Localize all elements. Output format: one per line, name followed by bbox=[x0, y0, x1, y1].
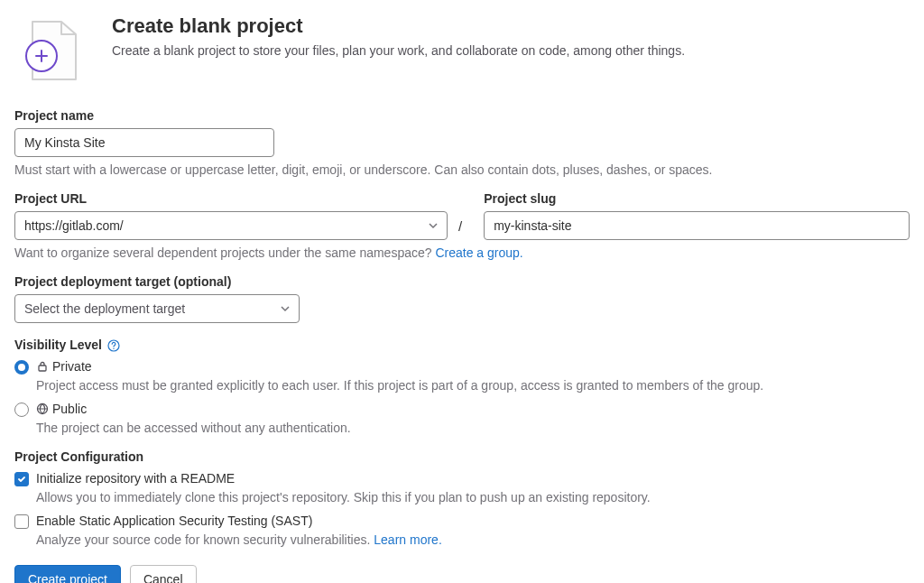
initialize-readme-label[interactable]: Initialize repository with a README bbox=[36, 471, 235, 486]
chevron-down-icon bbox=[429, 218, 438, 233]
help-icon[interactable] bbox=[107, 339, 120, 352]
group-help-text: Want to organize several dependent proje… bbox=[14, 245, 910, 260]
chevron-down-icon bbox=[281, 301, 290, 316]
svg-point-1 bbox=[113, 348, 114, 349]
project-slug-input[interactable] bbox=[484, 211, 910, 240]
enable-sast-checkbox[interactable] bbox=[14, 514, 29, 529]
project-url-value: https://gitlab.com/ bbox=[24, 218, 124, 233]
project-plus-icon bbox=[14, 14, 87, 87]
visibility-public-label[interactable]: Public bbox=[36, 402, 87, 416]
project-url-label: Project URL bbox=[14, 191, 462, 206]
project-slug-label: Project slug bbox=[484, 191, 910, 206]
create-group-link[interactable]: Create a group. bbox=[435, 245, 522, 260]
project-name-label: Project name bbox=[14, 108, 910, 123]
initialize-readme-desc: Allows you to immediately clone this pro… bbox=[36, 490, 910, 504]
sast-learn-more-link[interactable]: Learn more. bbox=[374, 532, 441, 547]
page-subtitle: Create a blank project to store your fil… bbox=[112, 43, 685, 58]
initialize-readme-checkbox[interactable] bbox=[14, 472, 29, 486]
cancel-button[interactable]: Cancel bbox=[130, 565, 197, 583]
enable-sast-desc: Analyze your source code for known secur… bbox=[36, 532, 910, 547]
visibility-public-radio[interactable] bbox=[14, 403, 29, 417]
deployment-target-placeholder: Select the deployment target bbox=[24, 301, 185, 316]
project-configuration-label: Project Configuration bbox=[14, 449, 910, 464]
deployment-target-label: Project deployment target (optional) bbox=[14, 274, 910, 289]
visibility-public-desc: The project can be accessed without any … bbox=[36, 421, 910, 435]
visibility-level-label: Visibility Level bbox=[14, 338, 910, 352]
project-name-input[interactable] bbox=[14, 128, 274, 157]
visibility-private-radio[interactable] bbox=[14, 360, 29, 375]
create-project-button[interactable]: Create project bbox=[14, 565, 121, 583]
svg-rect-2 bbox=[39, 366, 46, 371]
project-url-select[interactable]: https://gitlab.com/ bbox=[14, 211, 448, 240]
deployment-target-select[interactable]: Select the deployment target bbox=[14, 294, 300, 323]
enable-sast-label[interactable]: Enable Static Application Security Testi… bbox=[36, 514, 312, 528]
visibility-private-label[interactable]: Private bbox=[36, 359, 92, 374]
project-name-help: Must start with a lowercase or uppercase… bbox=[14, 162, 910, 177]
visibility-private-desc: Project access must be granted explicitl… bbox=[36, 378, 910, 393]
page-title: Create blank project bbox=[112, 14, 685, 38]
globe-icon bbox=[36, 403, 49, 415]
url-separator: / bbox=[458, 218, 462, 234]
lock-icon bbox=[36, 360, 49, 373]
